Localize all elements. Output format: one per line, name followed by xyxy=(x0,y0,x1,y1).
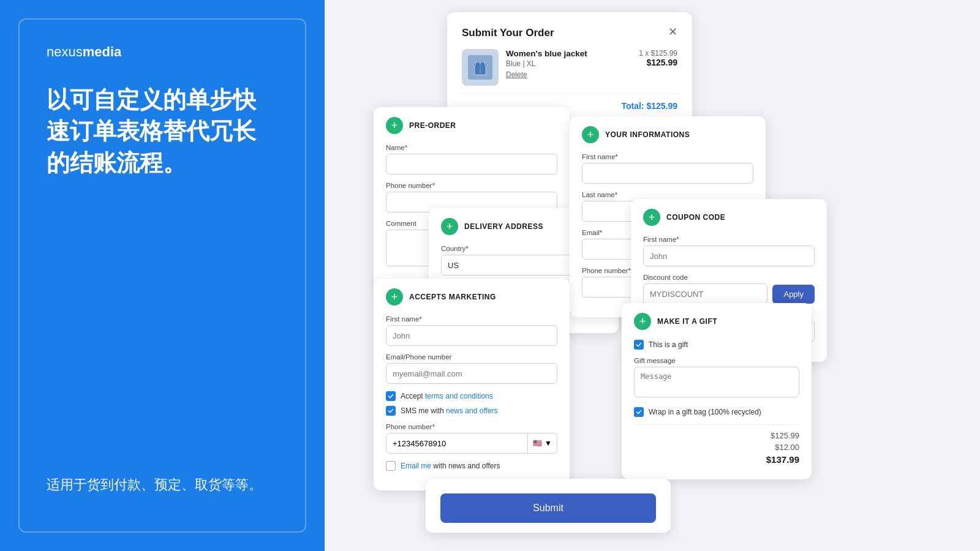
submit-card: Submit xyxy=(426,479,671,533)
wrap-gift-group: Wrap in a gift bag (100% recycled) xyxy=(634,407,799,417)
coupon-discount-label: Discount code xyxy=(643,274,815,281)
gift-total-row: $137.99 xyxy=(634,454,799,465)
gift-total: $137.99 xyxy=(766,454,799,465)
submit-button[interactable]: Submit xyxy=(440,493,656,523)
coupon-title: COUPON CODE xyxy=(666,213,725,222)
coupon-header: + COUPON CODE xyxy=(631,199,827,236)
preorder-plus-btn[interactable]: + xyxy=(386,117,403,134)
gift-price-row2: $12.00 xyxy=(634,443,799,452)
email-me-link[interactable]: Email me xyxy=(401,462,431,470)
gift-message-textarea[interactable] xyxy=(634,367,799,397)
preorder-header: + PRE-ORDER xyxy=(374,107,570,144)
gift-price-row1: $125.99 xyxy=(634,431,799,440)
gift-form-body: This is a gift Gift message Wrap in a gi… xyxy=(622,340,812,479)
marketing-title: ACCEPTS MARKETING xyxy=(409,293,496,301)
your-info-header: + YOUR INFORMATIONS xyxy=(570,116,766,153)
accept-terms-checkbox[interactable] xyxy=(386,391,396,401)
marketing-card: + ACCEPTS MARKETING First name* Email/Ph… xyxy=(374,279,570,490)
coupon-firstname-label: First name* xyxy=(643,236,815,243)
marketing-email-phone-group: Email/Phone number xyxy=(386,353,557,384)
coupon-discount-group: Discount code Apply xyxy=(643,274,815,304)
variant-color: Blue xyxy=(506,59,521,68)
gift-plus-btn[interactable]: + xyxy=(634,313,651,330)
your-info-firstname-group: First name* xyxy=(582,153,753,184)
preorder-name-group: Name* xyxy=(386,144,557,174)
submit-card-inner: Submit xyxy=(426,479,671,533)
variant-size: XL xyxy=(527,59,536,68)
gift-message-label: Gift message xyxy=(634,357,799,364)
marketing-email-phone-label: Email/Phone number xyxy=(386,353,557,361)
your-info-title: YOUR INFORMATIONS xyxy=(605,130,690,139)
flag-arrow: ▼ xyxy=(545,439,552,448)
your-info-firstname-input[interactable] xyxy=(582,163,753,184)
marketing-plus-btn[interactable]: + xyxy=(386,288,403,305)
product-price-col: 1 x $125.99 $125.99 xyxy=(639,49,677,67)
marketing-firstname-label: First name* xyxy=(386,315,557,323)
gift-price2: $12.00 xyxy=(775,443,799,452)
gift-header: + MAKE IT A GIFT xyxy=(622,303,812,340)
your-info-plus-btn[interactable]: + xyxy=(582,126,599,143)
wrap-gift-label: Wrap in a gift bag (100% recycled) xyxy=(649,408,761,416)
product-qty: 1 x $125.99 xyxy=(639,49,677,58)
marketing-email-me-group: Email me with news and offers xyxy=(386,461,557,471)
delivery-title: DELIVERY ADDRESS xyxy=(464,222,543,231)
news-offers-link[interactable]: news and offers xyxy=(446,407,498,415)
gift-title: MAKE IT A GIFT xyxy=(657,317,717,326)
flag-emoji: 🇺🇸 xyxy=(533,439,542,448)
your-info-firstname-label: First name* xyxy=(582,153,753,160)
product-image xyxy=(462,49,499,86)
gift-message-group: Gift message xyxy=(634,357,799,400)
order-modal-title: Submit Your Order xyxy=(462,27,677,39)
marketing-phone-group: Phone number* 🇺🇸 ▼ xyxy=(386,423,557,454)
marketing-form-body: First name* Email/Phone number Accept te… xyxy=(374,315,570,490)
preorder-name-input[interactable] xyxy=(386,154,557,174)
preorder-name-label: Name* xyxy=(386,144,557,151)
accept-terms-label: Accept terms and conditions xyxy=(401,392,493,400)
marketing-phone-input[interactable] xyxy=(386,433,528,454)
gift-price1: $125.99 xyxy=(771,431,799,440)
accept-terms-row: Accept terms and conditions xyxy=(386,391,557,401)
sms-row: SMS me with news and offers xyxy=(386,406,557,416)
sms-label: SMS me with news and offers xyxy=(401,407,498,415)
is-gift-label: This is a gift xyxy=(649,340,688,349)
hero-text: 以可自定义的单步快速订单表格替代冗长的结账流程。 xyxy=(47,84,278,179)
left-panel: nexusmedia 以可自定义的单步快速订单表格替代冗长的结账流程。 适用于货… xyxy=(0,0,325,551)
preorder-title: PRE-ORDER xyxy=(409,121,456,130)
sms-checkbox[interactable] xyxy=(386,406,396,416)
your-info-lastname-label: Last name* xyxy=(582,191,753,198)
preorder-phone-label: Phone number* xyxy=(386,182,557,189)
flag-select[interactable]: 🇺🇸 ▼ xyxy=(528,433,557,454)
logo-bold: media xyxy=(83,44,122,59)
coupon-plus-btn[interactable]: + xyxy=(643,209,660,226)
coupon-firstname-input[interactable] xyxy=(643,246,815,266)
coupon-input-row: Apply xyxy=(643,283,815,304)
marketing-phone-label: Phone number* xyxy=(386,423,557,430)
email-me-row: Email me with news and offers xyxy=(386,461,557,471)
product-variant: Blue | XL xyxy=(506,59,631,68)
marketing-email-phone-input[interactable] xyxy=(386,363,557,384)
wrap-gift-checkbox[interactable] xyxy=(634,407,644,417)
email-me-label: Email me with news and offers xyxy=(401,462,500,470)
logo-normal: nexus xyxy=(47,44,83,59)
coupon-firstname-group: First name* xyxy=(643,236,815,266)
email-me-checkbox[interactable] xyxy=(386,461,396,471)
marketing-firstname-input[interactable] xyxy=(386,325,557,346)
delivery-plus-btn[interactable]: + xyxy=(441,218,458,235)
marketing-header: + ACCEPTS MARKETING xyxy=(374,279,570,315)
phone-input-row: 🇺🇸 ▼ xyxy=(386,433,557,454)
marketing-firstname-group: First name* xyxy=(386,315,557,346)
terms-link[interactable]: terms and conditions xyxy=(425,392,493,400)
logo: nexusmedia xyxy=(47,44,278,60)
is-gift-checkbox[interactable] xyxy=(634,340,644,350)
right-panel: Submit Your Order ✕ Women's blue jacket … xyxy=(325,0,980,551)
marketing-checkboxes: Accept terms and conditions SMS me with … xyxy=(386,391,557,416)
product-info: Women's blue jacket Blue | XL Delete xyxy=(506,49,631,80)
coupon-discount-input[interactable] xyxy=(643,283,767,304)
product-row: Women's blue jacket Blue | XL Delete 1 x… xyxy=(462,49,677,94)
delete-link[interactable]: Delete xyxy=(506,70,527,79)
gift-card: + MAKE IT A GIFT This is a gift Gift mes… xyxy=(622,303,812,479)
product-name: Women's blue jacket xyxy=(506,49,631,58)
wrap-gift-row: Wrap in a gift bag (100% recycled) xyxy=(634,407,799,417)
close-button[interactable]: ✕ xyxy=(665,24,680,39)
apply-button[interactable]: Apply xyxy=(772,285,815,304)
